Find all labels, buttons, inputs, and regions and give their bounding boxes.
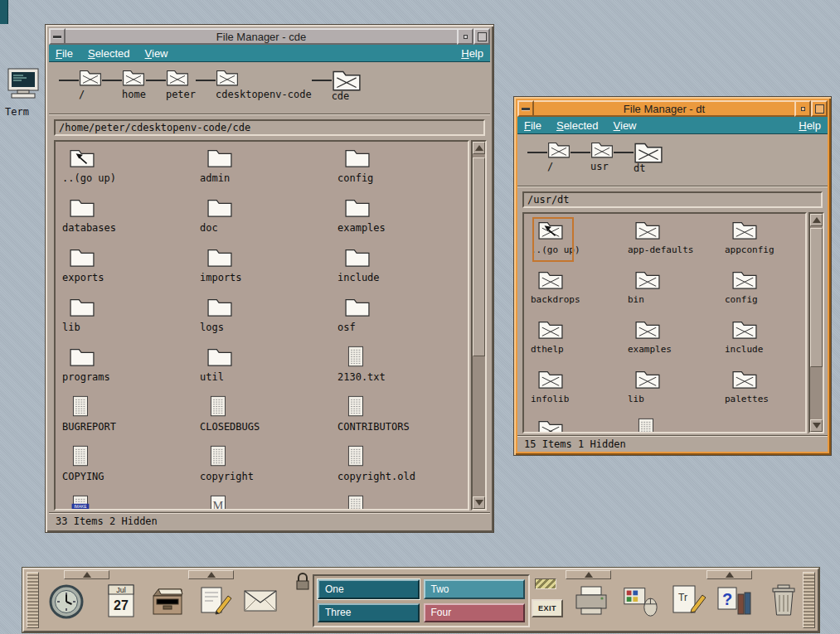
menu-help[interactable]: Help [799,119,821,132]
panel-handle-right[interactable] [803,572,815,628]
workspace-button[interactable]: Four [424,603,526,623]
window-menu-button[interactable] [49,28,66,45]
scrollbar-track[interactable] [810,226,823,419]
file-item[interactable]: IMAKE M 2130.txt [337,346,469,395]
file-item[interactable]: IMAKE M programs [62,346,200,395]
file-item[interactable]: IMAKE M config [337,147,469,196]
subpanel-arrow-calendar[interactable] [64,570,109,579]
printer-control[interactable] [572,583,610,624]
window-title[interactable]: File Manager - dt [534,100,794,117]
file-item[interactable]: IMAKE M appconfig [725,219,807,269]
file-item[interactable]: IMAKE M admin [200,147,337,196]
titlebar[interactable]: File Manager - cde [49,28,490,45]
file-item[interactable]: IMAKE M [531,418,628,433]
file-item[interactable]: IMAKE M lib [628,368,725,418]
file-item[interactable]: IMAKE M databases [62,196,200,246]
file-item[interactable]: IMAKE M BUGREPORT [62,395,200,445]
terminal-desktop-icon[interactable]: Term [5,68,48,118]
file-item[interactable]: IMAKE M include [337,246,469,296]
mail-control[interactable] [241,583,279,624]
file-item[interactable]: IMAKE M examples [337,196,469,246]
scroll-down-button[interactable] [473,496,485,509]
file-item[interactable]: IMAKE M doc [200,196,337,246]
file-item[interactable]: IMAKE M [337,495,469,511]
file-item[interactable]: IMAKE M backdrops [531,269,628,318]
subpanel-arrow-printer[interactable] [566,570,611,579]
help-control[interactable]: ? [715,583,753,624]
workspace-button[interactable]: Three [318,603,420,623]
file-item[interactable]: IMAKE M osf [337,296,469,346]
path-segment[interactable]: dt [614,139,663,174]
menu-item[interactable]: File [524,119,541,132]
menu-item[interactable]: View [145,47,168,60]
file-item[interactable]: IMAKE M dthelp [531,318,628,368]
file-item[interactable]: IMAKE M infolib [531,368,628,418]
path-segment[interactable]: cde [312,67,362,102]
vertical-scrollbar[interactable] [808,212,824,433]
menu-help[interactable]: Help [461,47,483,60]
style-manager-control[interactable] [621,583,659,624]
scrollbar-thumb[interactable] [473,157,485,356]
text-editor-control[interactable]: Tr [668,583,706,624]
file-item[interactable]: IMAKE M logs [200,296,337,346]
file-item[interactable]: IMAKE M copyright.old [337,445,469,495]
file-manager-control[interactable] [148,583,187,624]
file-item[interactable]: IMAKE M bin [628,269,725,318]
file-item[interactable]: IMAKE M examples [628,318,725,368]
path-text-field[interactable]: /home/peter/cdesktopenv-code/cde [54,119,485,136]
workspace-button[interactable]: Two [424,579,526,599]
workspace-button[interactable]: One [318,579,420,599]
file-item-icon: IMAKE M [69,346,102,369]
file-item[interactable]: IMAKE M [62,495,200,511]
file-item[interactable]: IMAKE M COPYING [62,445,200,495]
titlebar[interactable]: File Manager - dt [517,100,828,117]
file-item[interactable]: IMAKE M include [725,318,807,368]
path-segment[interactable]: cdesktopenv-code [196,67,312,100]
maximize-button[interactable] [473,28,490,45]
file-item[interactable]: IMAKE M CLOSEDBUGS [200,395,337,445]
lock-control[interactable] [294,572,312,592]
menu-item[interactable]: View [614,119,637,132]
file-item[interactable]: IMAKE M [628,418,725,433]
scroll-up-button[interactable] [810,214,823,226]
file-item[interactable]: IMAKE M config [725,269,807,318]
text-note-control[interactable] [195,583,233,624]
scrollbar-thumb[interactable] [810,228,823,367]
menu-item[interactable]: File [56,47,73,60]
file-item[interactable]: IMAKE M exports [62,246,200,296]
menu-item[interactable]: Selected [556,119,599,132]
scroll-down-button[interactable] [810,419,823,432]
subpanel-arrow-mail[interactable] [188,570,234,579]
file-item[interactable]: IMAKE M [200,495,337,511]
file-item[interactable]: IMAKE M util [200,346,337,395]
path-segment[interactable]: / [59,67,102,100]
scroll-up-button[interactable] [473,142,485,154]
file-item[interactable]: IMAKE M copyright [200,445,337,495]
path-text-field[interactable]: /usr/dt [522,191,823,208]
window-title[interactable]: File Manager - cde [66,28,457,45]
file-item[interactable]: IMAKE M imports [200,246,337,296]
file-item[interactable]: IMAKE M ..(go up) [62,147,200,196]
vertical-scrollbar[interactable] [471,140,487,511]
file-item[interactable]: IMAKE M CONTRIBUTORS [337,395,469,445]
path-segment[interactable]: usr [571,139,614,172]
menu-item[interactable]: Selected [88,47,130,60]
file-item[interactable]: IMAKE M lib [62,296,200,346]
minimize-button[interactable] [794,100,811,117]
scrollbar-track[interactable] [473,154,485,496]
path-segment[interactable]: home [102,67,146,100]
file-item[interactable]: IMAKE M ..(go up) [531,219,628,269]
clock-control[interactable] [47,583,85,624]
exit-button[interactable]: EXIT [532,599,563,617]
trash-control[interactable] [765,583,803,624]
path-segment[interactable]: peter [146,67,196,100]
calendar-control[interactable]: Jul 27 [102,583,140,624]
path-segment[interactable]: / [527,139,571,172]
minimize-button[interactable] [457,28,473,45]
panel-handle-left[interactable] [27,572,39,628]
window-menu-button[interactable] [517,100,534,117]
file-item[interactable]: IMAKE M app-defaults [628,219,725,269]
file-item[interactable]: IMAKE M palettes [725,368,807,418]
maximize-button[interactable] [811,100,828,117]
subpanel-arrow-help[interactable] [706,570,752,579]
